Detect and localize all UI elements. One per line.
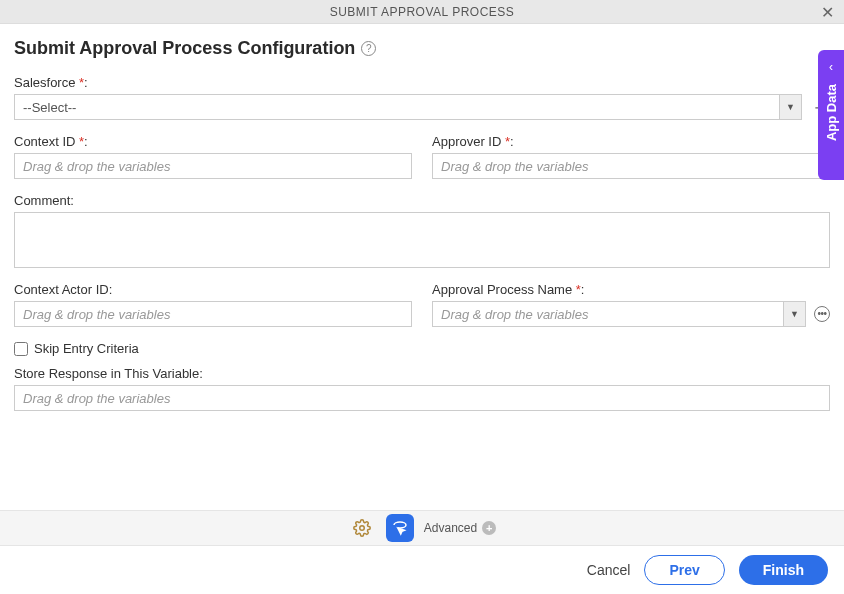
chevron-left-icon: ‹ [829,60,833,74]
store-response-input[interactable] [14,385,830,411]
label-salesforce: Salesforce *: [14,75,830,90]
pointer-tool-button[interactable] [386,514,414,542]
side-tab-label: App Data [824,84,839,141]
close-button[interactable]: ✕ [821,3,834,22]
settings-tool-button[interactable] [348,514,376,542]
label-store-response: Store Response in This Variable: [14,366,830,381]
finish-button[interactable]: Finish [739,555,828,585]
context-id-input[interactable] [14,153,412,179]
field-store-response: Store Response in This Variable: [14,366,830,411]
label-skip-entry: Skip Entry Criteria [34,341,139,356]
approval-process-name-input[interactable] [433,302,783,326]
plus-circle-icon: + [482,521,496,535]
approval-process-name-combo[interactable]: ▼ [432,301,806,327]
label-comment: Comment: [14,193,830,208]
modal-header: SUBMIT APPROVAL PROCESS ✕ [0,0,844,24]
gear-icon [353,519,371,537]
row-context-approver: Context ID *: Approver ID *: [14,134,830,179]
app-data-side-tab[interactable]: ‹ App Data [818,50,844,180]
field-skip-entry: Skip Entry Criteria [14,341,830,356]
cancel-button[interactable]: Cancel [587,562,631,578]
help-icon[interactable]: ? [361,41,376,56]
label-context-actor-id: Context Actor ID: [14,282,412,297]
approval-process-name-combo-wrap: ▼ ••• [432,301,830,327]
salesforce-select-wrap: --Select-- ▼ ＋ [14,94,830,120]
skip-entry-checkbox[interactable] [14,342,28,356]
lasso-pointer-icon [391,519,409,537]
field-salesforce: Salesforce *: --Select-- ▼ ＋ [14,75,830,120]
ellipsis-icon: ••• [817,309,826,319]
field-context-actor-id: Context Actor ID: [14,282,412,327]
advanced-toggle[interactable]: Advanced + [424,521,496,535]
approver-id-input[interactable] [432,153,830,179]
approval-process-browse-button[interactable]: ••• [814,306,830,322]
row-actor-processname: Context Actor ID: Approval Process Name … [14,282,830,327]
label-context-id: Context ID *: [14,134,412,149]
page-title-text: Submit Approval Process Configuration [14,38,355,59]
field-approval-process-name: Approval Process Name *: ▼ ••• [432,282,830,327]
field-approver-id: Approver ID *: [432,134,830,179]
svg-point-0 [360,526,365,531]
chevron-down-icon: ▼ [783,302,805,326]
modal-title: SUBMIT APPROVAL PROCESS [330,5,515,19]
close-icon: ✕ [821,4,834,21]
bottom-toolbar: Advanced + [0,510,844,546]
advanced-label: Advanced [424,521,477,535]
label-approver-id: Approver ID *: [432,134,830,149]
content-area: Submit Approval Process Configuration ? … [0,24,844,411]
label-approval-process-name: Approval Process Name *: [432,282,830,297]
comment-textarea[interactable] [14,212,830,268]
field-comment: Comment: [14,193,830,268]
salesforce-select[interactable]: --Select-- ▼ [14,94,802,120]
context-actor-id-input[interactable] [14,301,412,327]
page-title: Submit Approval Process Configuration ? [14,38,830,59]
chevron-down-icon: ▼ [779,95,801,119]
prev-button[interactable]: Prev [644,555,724,585]
field-context-id: Context ID *: [14,134,412,179]
salesforce-selected-text: --Select-- [15,100,779,115]
footer: Cancel Prev Finish [0,546,844,594]
